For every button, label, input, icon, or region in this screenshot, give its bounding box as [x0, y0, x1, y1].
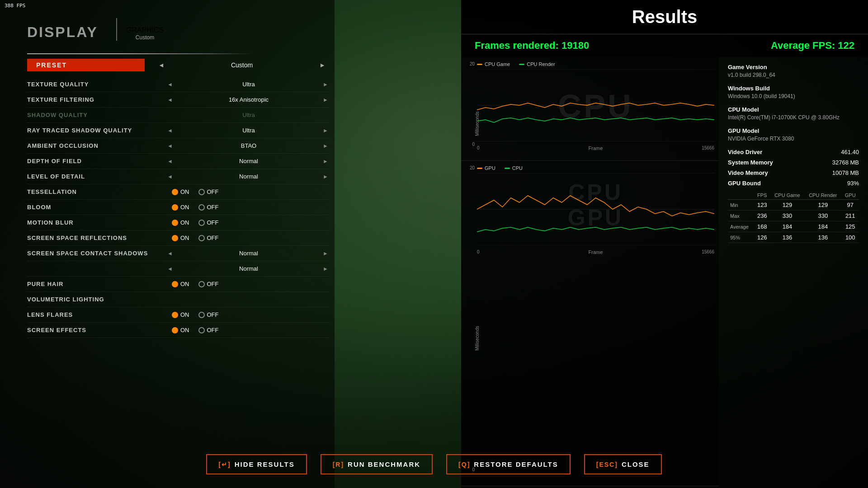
ray-shadow-right[interactable]: ► — [323, 127, 330, 134]
table-row: 95% 126 136 136 100 — [728, 232, 859, 243]
video-memory-row: Video Memory 10078 MB — [728, 169, 859, 176]
gpu-bound-value: 93% — [847, 180, 859, 187]
system-memory-value: 32768 MB — [832, 159, 859, 166]
setting-extra-arrow: ◄ Normal ► — [27, 261, 330, 277]
off-label: OFF — [207, 311, 219, 318]
texture-filtering-right[interactable]: ► — [323, 97, 330, 103]
bloom-off[interactable]: OFF — [198, 204, 219, 211]
setting-name: LENS FLARES — [27, 311, 167, 318]
texture-quality-right[interactable]: ► — [323, 81, 330, 88]
table-row: Average 168 184 184 125 — [728, 221, 859, 232]
sscs-value: Normal — [175, 250, 323, 257]
row-label: Min — [728, 200, 754, 211]
off-label: OFF — [207, 219, 219, 226]
y-max: 20 — [463, 61, 475, 66]
max-fps: 236 — [754, 211, 770, 221]
ray-shadow-left[interactable]: ◄ — [167, 127, 175, 134]
radio-empty — [198, 235, 205, 241]
motion-blur-on[interactable]: ON — [172, 219, 189, 226]
restore-defaults-button[interactable]: [Q] RESTORE DEFAULTS — [446, 454, 571, 474]
legend-dot — [519, 64, 524, 65]
frames-label: Frames rendered: — [475, 40, 559, 51]
run-label: RUN BENCHMARK — [348, 460, 420, 468]
dof-left[interactable]: ◄ — [167, 158, 175, 164]
close-button[interactable]: [ESC] CLOSE — [584, 454, 662, 474]
gpu-model-label: GPU Model — [728, 127, 859, 134]
video-memory-value: 10078 MB — [832, 169, 859, 176]
screen-effects-off[interactable]: OFF — [198, 327, 219, 333]
legend-dot — [477, 168, 482, 169]
close-label: CLOSE — [622, 460, 650, 468]
cpu-model-value: Intel(R) Core(TM) i7-10700K CPU @ 3.80GH… — [728, 114, 859, 121]
gpu-model-value: NVIDIA GeForce RTX 3080 — [728, 136, 859, 142]
extra-right[interactable]: ► — [323, 266, 330, 272]
gpu-bound-label: GPU Bound — [728, 180, 761, 187]
results-content: 20 0 CPU Game CPU Render — [461, 57, 868, 486]
hide-results-button[interactable]: [↵] HIDE RESULTS — [206, 454, 307, 474]
pure-hair-on[interactable]: ON — [172, 281, 189, 287]
legend-label: GPU — [485, 165, 495, 171]
ssr-off[interactable]: OFF — [198, 235, 219, 241]
on-label: ON — [180, 188, 189, 195]
bloom-on[interactable]: ON — [172, 204, 189, 211]
x-end: 15666 — [702, 249, 714, 254]
chart2-svg — [477, 173, 714, 245]
min-gpu: 97 — [841, 200, 859, 211]
motion-blur-off[interactable]: OFF — [198, 219, 219, 226]
pure-hair-off[interactable]: OFF — [198, 281, 219, 287]
x-start: 0 — [477, 249, 480, 254]
tab-graphics[interactable]: GRAPHICS Custom — [126, 26, 164, 41]
tab-underline — [27, 53, 335, 54]
radio-filled — [172, 235, 178, 241]
row-label: Average — [728, 221, 754, 232]
setting-pure-hair: PURE HAIR ON OFF — [27, 277, 330, 292]
video-driver-value: 461.40 — [841, 149, 859, 155]
avg-cpu-game: 184 — [770, 221, 804, 232]
tessellation-off[interactable]: OFF — [198, 188, 219, 195]
lod-right[interactable]: ► — [323, 174, 330, 180]
lod-value: Normal — [175, 173, 323, 180]
system-memory-row: System Memory 32768 MB — [728, 159, 859, 166]
y-min: 0 — [463, 142, 475, 147]
sscs-right[interactable]: ► — [323, 250, 330, 257]
texture-quality-left[interactable]: ◄ — [167, 81, 175, 88]
col-header-cpu-render: CPU Render — [804, 191, 841, 200]
fps-counter: 388 FPS — [5, 3, 25, 9]
ao-right[interactable]: ► — [323, 143, 330, 149]
preset-arrow-left[interactable]: ◄ — [158, 61, 165, 69]
legend-label: CPU — [512, 165, 523, 171]
texture-filtering-left[interactable]: ◄ — [167, 97, 175, 103]
dof-right[interactable]: ► — [323, 158, 330, 164]
off-label: OFF — [207, 327, 219, 333]
legend-cpu: CPU — [505, 165, 523, 171]
lens-flares-on[interactable]: ON — [172, 311, 189, 318]
lod-left[interactable]: ◄ — [167, 174, 175, 180]
tessellation-on[interactable]: ON — [172, 188, 189, 195]
preset-arrow-right[interactable]: ► — [319, 61, 326, 69]
p95-gpu: 100 — [841, 232, 859, 243]
ao-left[interactable]: ◄ — [167, 143, 175, 149]
setting-name: PURE HAIR — [27, 281, 167, 287]
setting-screen-effects: SCREEN EFFECTS ON OFF — [27, 323, 330, 338]
run-benchmark-button[interactable]: [R] RUN BENCHMARK — [321, 454, 433, 474]
setting-name: SCREEN SPACE CONTACT SHADOWS — [27, 250, 167, 257]
ray-shadow-value: Ultra — [175, 127, 323, 134]
ssr-on[interactable]: ON — [172, 235, 189, 241]
shadow-quality-value: Ultra — [167, 112, 330, 118]
row-label: Max — [728, 211, 754, 221]
screen-effects-toggle: ON OFF — [172, 327, 330, 333]
motion-blur-toggle: ON OFF — [172, 219, 330, 226]
setting-lod: LEVEL OF DETAIL ◄ Normal ► — [27, 169, 330, 184]
extra-left[interactable]: ◄ — [167, 266, 175, 272]
screen-effects-on[interactable]: ON — [172, 327, 189, 333]
ssr-toggle: ON OFF — [172, 235, 330, 241]
setting-name: TESSELLATION — [27, 188, 167, 195]
radio-filled — [172, 204, 178, 211]
preset-row: PRESET ◄ Custom ► — [27, 59, 326, 71]
sscs-left[interactable]: ◄ — [167, 250, 175, 257]
tab-display[interactable]: DISPLAY — [27, 24, 107, 41]
run-key: [R] — [333, 461, 344, 468]
video-memory-label: Video Memory — [728, 169, 768, 176]
chart1-body: CPU Game CPU Render CPU — [477, 57, 719, 160]
lens-flares-off[interactable]: OFF — [198, 311, 219, 318]
